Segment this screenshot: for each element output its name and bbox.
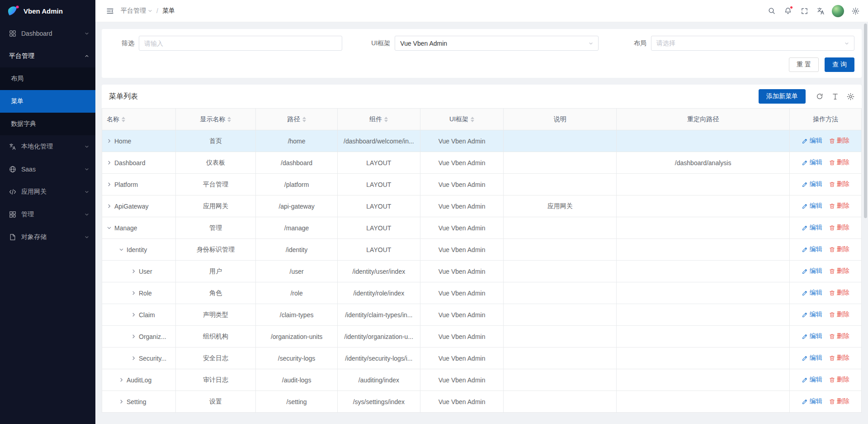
reset-button[interactable]: 重 置 [789,57,819,72]
sort-desc-icon[interactable] [302,120,306,122]
expand-row-icon[interactable] [131,356,136,361]
sort-asc-icon[interactable] [302,117,306,119]
settings-icon[interactable] [847,0,863,22]
edit-button[interactable]: 编辑 [802,376,822,384]
column-header[interactable]: 路径 [256,109,338,130]
sidebar-subitem[interactable]: 数据字典 [0,113,95,135]
sidebar-item[interactable]: 应用网关 [0,181,95,203]
delete-button[interactable]: 删除 [829,354,849,362]
delete-button[interactable]: 删除 [829,180,849,188]
filter-input[interactable] [139,36,342,51]
edit-button[interactable]: 编辑 [802,245,822,253]
cell-actions: 编辑删除 [790,348,862,369]
expand-row-icon[interactable] [107,138,112,143]
column-header[interactable]: 显示名称 [175,109,256,130]
import-icon[interactable] [831,92,839,100]
delete-button[interactable]: 删除 [829,332,849,340]
sort-desc-icon[interactable] [471,120,474,122]
collapse-row-icon[interactable] [119,247,124,252]
query-button[interactable]: 查 询 [825,57,854,72]
sort-icons[interactable] [302,117,306,122]
delete-button[interactable]: 删除 [829,267,849,275]
table-toolbar: 菜单列表 添加新菜单 [102,85,862,108]
edit-button[interactable]: 编辑 [802,289,822,297]
add-menu-button[interactable]: 添加新菜单 [759,89,806,104]
breadcrumb-item[interactable]: 平台管理 [121,7,152,15]
delete-button[interactable]: 删除 [829,202,849,210]
scrollbar-thumb[interactable] [864,24,867,218]
collapse-sidebar-icon[interactable] [102,0,118,22]
column-settings-icon[interactable] [846,92,854,100]
sort-icons[interactable] [227,117,231,122]
sort-asc-icon[interactable] [471,117,474,119]
sidebar-item[interactable]: 本地化管理 [0,135,95,158]
filter-select[interactable]: 请选择 [651,36,854,51]
column-header[interactable]: 名称 [102,109,176,130]
expand-row-icon[interactable] [131,312,136,317]
sort-icons[interactable] [384,117,388,122]
expand-row-icon[interactable] [119,399,124,404]
delete-button[interactable]: 删除 [829,376,849,384]
edit-button[interactable]: 编辑 [802,310,822,319]
edit-button[interactable]: 编辑 [802,397,822,405]
expand-row-icon[interactable] [131,269,136,274]
fullscreen-icon[interactable] [796,0,812,22]
sidebar-item[interactable]: 平台管理 [0,45,95,67]
cell-display-name: 管理 [175,217,256,239]
expand-row-icon[interactable] [107,182,112,187]
sidebar-item[interactable]: 对象存储 [0,226,95,248]
edit-button[interactable]: 编辑 [802,180,822,188]
sort-icons[interactable] [122,117,125,122]
delete-button[interactable]: 删除 [829,137,849,145]
delete-button[interactable]: 删除 [829,158,849,167]
expand-row-icon[interactable] [119,377,124,382]
delete-button[interactable]: 删除 [829,245,849,253]
breadcrumb-item[interactable]: 菜单 [162,7,175,15]
delete-button[interactable]: 删除 [829,310,849,319]
edit-button[interactable]: 编辑 [802,354,822,362]
cell-description [504,326,616,348]
edit-button[interactable]: 编辑 [802,267,822,275]
expand-row-icon[interactable] [131,291,136,295]
expand-row-icon[interactable] [131,334,136,339]
notification-badge [790,6,793,9]
refresh-icon[interactable] [816,92,824,100]
edit-button[interactable]: 编辑 [802,137,822,145]
vertical-scrollbar[interactable] [864,24,867,422]
sidebar-item[interactable]: Dashboard [0,22,95,45]
cell-name: Manage [102,217,176,239]
app-logo[interactable]: Vben Admin [0,0,95,22]
expand-row-icon[interactable] [107,160,112,165]
column-header: 重定向路径 [616,109,790,130]
avatar[interactable] [832,5,844,17]
edit-label: 编辑 [810,158,822,167]
sidebar-item-active[interactable]: 菜单 [0,90,95,113]
expand-row-icon[interactable] [107,204,112,209]
edit-button[interactable]: 编辑 [802,202,822,210]
filter-select[interactable]: Vue Vben Admin [395,36,598,51]
column-label: 组件 [369,115,382,124]
edit-button[interactable]: 编辑 [802,158,822,167]
delete-button[interactable]: 删除 [829,289,849,297]
sort-desc-icon[interactable] [122,120,125,122]
sort-asc-icon[interactable] [384,117,388,119]
sort-icons[interactable] [471,117,474,122]
sort-asc-icon[interactable] [122,117,125,119]
translate-icon[interactable] [812,0,829,22]
delete-button[interactable]: 删除 [829,224,849,232]
edit-button[interactable]: 编辑 [802,224,822,232]
sidebar-item[interactable]: 管理 [0,203,95,226]
search-icon[interactable] [764,0,780,22]
cell-ui-framework: Vue Vben Admin [420,348,504,369]
column-header[interactable]: UI框架 [420,109,504,130]
sort-asc-icon[interactable] [227,117,231,119]
sort-desc-icon[interactable] [384,120,388,122]
notification-icon[interactable] [780,0,796,22]
sort-desc-icon[interactable] [227,120,231,122]
edit-button[interactable]: 编辑 [802,332,822,340]
delete-button[interactable]: 删除 [829,397,849,405]
sidebar-item[interactable]: Saas [0,158,95,181]
sidebar-subitem[interactable]: 布局 [0,67,95,90]
column-header[interactable]: 组件 [337,109,420,130]
collapse-row-icon[interactable] [107,225,112,230]
